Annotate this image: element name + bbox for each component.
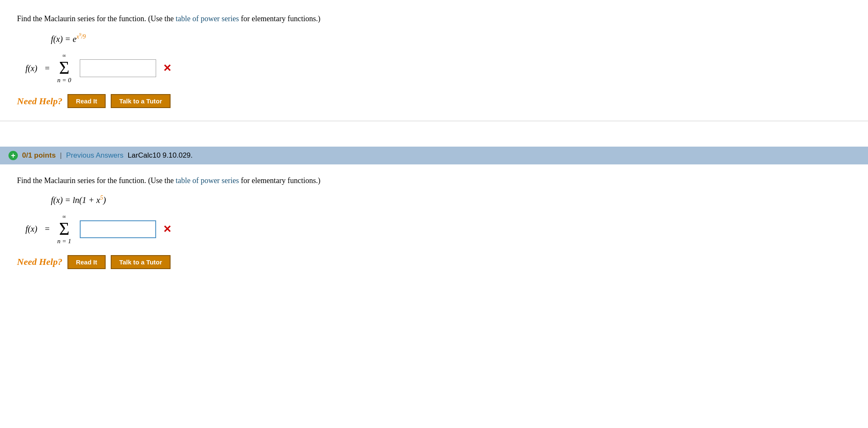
problem-1-function: f(x) = ex9/9 — [51, 33, 851, 44]
previous-answers-link[interactable]: Previous Answers — [66, 151, 123, 160]
problem-1-instruction: Find the Maclaurin series for the functi… — [17, 13, 851, 25]
problem-2-answer-row: f(x) = ∞ Σ n = 1 ✕ — [25, 214, 851, 245]
sigma-sub-2: n = 1 — [57, 238, 71, 245]
power-series-link-2[interactable]: table of power series — [176, 176, 239, 185]
read-it-button-1[interactable]: Read It — [67, 94, 106, 108]
incorrect-mark-2: ✕ — [163, 223, 171, 235]
pipe-separator: | — [60, 151, 62, 160]
incorrect-mark-1: ✕ — [163, 62, 171, 74]
talk-tutor-button-1[interactable]: Talk to a Tutor — [111, 94, 171, 108]
points-text: 0/1 points — [22, 151, 56, 160]
need-help-row-1: Need Help? Read It Talk to a Tutor — [17, 94, 851, 108]
points-bar: + 0/1 points | Previous Answers LarCalc1… — [0, 147, 868, 164]
answer-input-2[interactable] — [80, 220, 156, 238]
equals-1: = — [45, 64, 50, 73]
sigma-sub-1: n = 0 — [57, 77, 71, 84]
fx-label-1: f(x) — [25, 64, 37, 73]
need-help-row-2: Need Help? Read It Talk to a Tutor — [17, 255, 851, 269]
talk-tutor-button-2[interactable]: Talk to a Tutor — [111, 255, 171, 269]
problem-2-function: f(x) = ln(1 + x5) — [51, 195, 851, 205]
fx-label-2: f(x) — [25, 224, 37, 234]
problem-id: LarCalc10 9.10.029. — [128, 151, 193, 160]
need-help-label-2: Need Help? — [17, 256, 62, 267]
read-it-button-2[interactable]: Read It — [67, 255, 106, 269]
power-series-link-1[interactable]: table of power series — [176, 14, 239, 23]
problem-2-instruction: Find the Maclaurin series for the functi… — [17, 175, 851, 187]
equals-2: = — [45, 224, 50, 234]
need-help-label-1: Need Help? — [17, 96, 62, 107]
plus-icon: + — [8, 151, 18, 160]
problem-1-answer-row: f(x) = ∞ Σ n = 0 ✕ — [25, 53, 851, 84]
sigma-block-2: ∞ Σ n = 1 — [57, 214, 71, 245]
problem-2-section: Find the Maclaurin series for the functi… — [0, 164, 868, 281]
problem-1-section: Find the Maclaurin series for the functi… — [0, 0, 868, 121]
sigma-block-1: ∞ Σ n = 0 — [57, 53, 71, 84]
divider — [0, 121, 868, 147]
answer-input-1[interactable] — [80, 59, 156, 77]
